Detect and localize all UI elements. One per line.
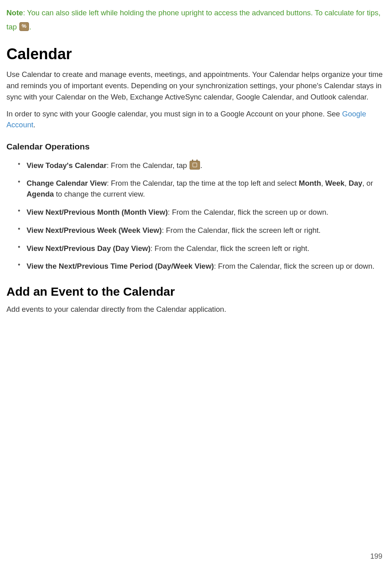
sync-suffix: .	[33, 120, 35, 129]
heading-calendar: Calendar	[6, 43, 386, 66]
calendar-intro: Use Calendar to create and manage events…	[6, 69, 386, 102]
op-month-label: View Next/Previous Month (Month View)	[27, 208, 168, 216]
list-item: View Next/Previous Month (Month View): F…	[18, 207, 386, 218]
list-item: Change Calendar View: From the Calendar,…	[18, 178, 386, 200]
add-event-intro: Add events to your calendar directly fro…	[6, 304, 386, 315]
sync-prefix: In order to sync with your Google calend…	[6, 110, 342, 118]
op-change-month: Month	[299, 179, 321, 187]
note-label: Note	[6, 8, 23, 17]
heading-operations: Calendar Operations	[6, 140, 386, 153]
op-change-day: Day	[349, 179, 362, 187]
op-month-text: : From the Calendar, flick the screen up…	[168, 208, 328, 216]
op-change-week: Week	[325, 179, 345, 187]
list-item: View the Next/Previous Time Period (Day/…	[18, 261, 386, 272]
op-today-before: : From the Calendar, tap	[107, 161, 189, 170]
list-item: View Today's Calendar: From the Calendar…	[18, 160, 386, 171]
op-today-after: .	[200, 161, 202, 170]
calendar-today-icon	[190, 161, 200, 170]
operations-list: View Today's Calendar: From the Calendar…	[6, 160, 386, 272]
op-change-pre: : From the Calendar, tap the time at the…	[107, 179, 299, 187]
op-week-text: : From the Calendar, flick the screen le…	[162, 226, 321, 234]
op-period-label: View the Next/Previous Time Period (Day/…	[27, 262, 214, 270]
op-change-label: Change Calendar View	[27, 179, 107, 187]
sync-paragraph: In order to sync with your Google calend…	[6, 108, 386, 131]
op-week-label: View Next/Previous Week (Week View)	[27, 226, 162, 234]
note-text-before: : You can also slide left while holding …	[6, 8, 380, 31]
note-block: Note: You can also slide left while hold…	[6, 6, 386, 34]
op-day-text: : From the Calendar, flick the screen le…	[151, 244, 309, 253]
op-period-text: : From the Calendar, flick the screen up…	[214, 262, 374, 270]
op-change-agenda: Agenda	[27, 190, 54, 198]
op-today-label: View Today's Calendar	[27, 161, 107, 170]
list-item: View Next/Previous Week (Week View): Fro…	[18, 225, 386, 236]
list-item: View Next/Previous Day (Day View): From …	[18, 243, 386, 254]
op-day-label: View Next/Previous Day (Day View)	[27, 244, 151, 253]
op-change-post: to change the current view.	[54, 190, 145, 198]
heading-add-event: Add an Event to the Calendar	[6, 282, 386, 301]
percent-icon	[19, 22, 29, 31]
note-text-after: .	[29, 23, 31, 31]
